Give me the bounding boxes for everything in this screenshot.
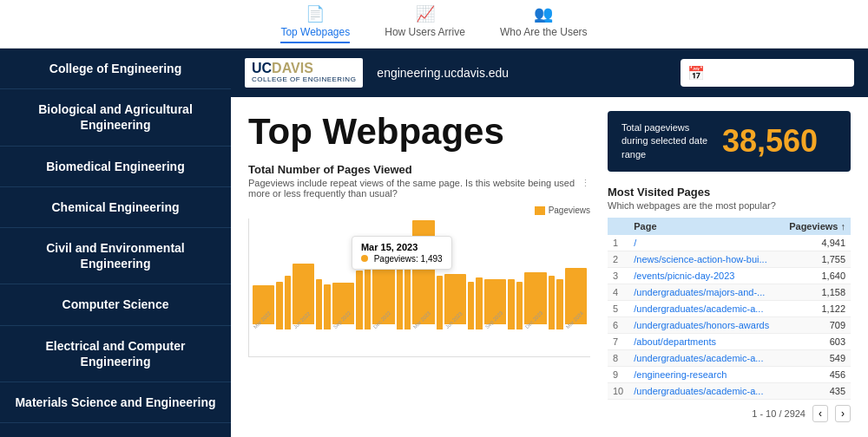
sidebar-item-biomedical[interactable]: Biomedical Engineering bbox=[0, 147, 231, 187]
bar bbox=[508, 279, 514, 329]
sidebar-item-ece[interactable]: Electrical and Computer Engineering bbox=[0, 326, 231, 382]
content-area: UCDAVIS COLLEGE of ENGINEERING engineeri… bbox=[231, 49, 868, 437]
tab-how-users-arrive[interactable]: 📈 How Users Arrive bbox=[385, 4, 465, 43]
chart-section: Total Number of Pages Viewed Pageviews i… bbox=[248, 163, 590, 357]
row-pageviews: 456 bbox=[781, 367, 851, 383]
row-page[interactable]: /undergraduates/majors-and-... bbox=[628, 284, 780, 301]
chart-legend: Pageviews bbox=[248, 205, 590, 215]
tab-top-webpages-label: Top Webpages bbox=[280, 26, 350, 38]
bar-col bbox=[316, 279, 322, 331]
row-pageviews: 1,640 bbox=[781, 268, 851, 284]
row-page[interactable]: /about/departments bbox=[628, 334, 780, 350]
bar bbox=[549, 276, 555, 329]
next-page-button[interactable]: › bbox=[835, 405, 851, 422]
row-num: 6 bbox=[608, 317, 628, 334]
row-page[interactable]: /undergraduates/academic-a... bbox=[628, 301, 780, 317]
sidebar-item-chemical[interactable]: Chemical Engineering bbox=[0, 187, 231, 228]
row-pageviews: 1,755 bbox=[781, 251, 851, 268]
bar-col: Sep 2023 bbox=[484, 279, 507, 331]
prev-page-button[interactable]: ‹ bbox=[812, 405, 828, 422]
right-section: Total pageviews during selected date ran… bbox=[608, 111, 851, 422]
tab-top-webpages[interactable]: 📄 Top Webpages bbox=[280, 4, 350, 43]
bar bbox=[476, 277, 482, 329]
sidebar-item-mechanical[interactable]: Mechanical and Aerospace Engineering bbox=[0, 423, 231, 437]
legend-label: Pageviews bbox=[549, 205, 590, 215]
uc-davis-logo: UCDAVIS COLLEGE of ENGINEERING bbox=[252, 62, 356, 84]
most-visited-section: Most Visited Pages Which webpages are th… bbox=[608, 186, 851, 422]
row-num: 9 bbox=[608, 367, 628, 383]
bar-col: Mar 2024 bbox=[565, 268, 587, 331]
row-num: 10 bbox=[608, 383, 628, 400]
row-num: 5 bbox=[608, 301, 628, 317]
row-page[interactable]: /news/science-action-how-bui... bbox=[628, 251, 780, 268]
page-title: Top Webpages bbox=[248, 111, 590, 153]
sidebar-item-college[interactable]: College of Engineering bbox=[0, 49, 231, 89]
bar-col bbox=[356, 271, 362, 331]
tooltip-dot bbox=[361, 255, 368, 262]
chart-icon: 📈 bbox=[416, 4, 435, 23]
bar-col: Jun 2022 bbox=[293, 264, 314, 331]
bar bbox=[356, 271, 362, 329]
table-row: 1/4,941 bbox=[608, 235, 851, 251]
legend-color-box bbox=[535, 206, 545, 215]
row-pageviews: 549 bbox=[781, 350, 851, 367]
row-page[interactable]: /undergraduates/academic-a... bbox=[628, 350, 780, 367]
page-body: Top Webpages Total Number of Pages Viewe… bbox=[231, 97, 868, 436]
table-row: 6/undergraduates/honors-awards709 bbox=[608, 317, 851, 334]
tab-how-users-label: How Users Arrive bbox=[385, 26, 465, 38]
row-num: 3 bbox=[608, 268, 628, 284]
row-page[interactable]: /events/picnic-day-2023 bbox=[628, 268, 780, 284]
bar-col bbox=[556, 279, 562, 331]
sidebar-item-civil[interactable]: Civil and Environmental Engineering bbox=[0, 228, 231, 284]
bar bbox=[397, 262, 403, 329]
tooltip-value: Pageviews: 1,493 bbox=[361, 254, 443, 264]
sidebar-item-cs[interactable]: Computer Science bbox=[0, 284, 231, 325]
chart-menu[interactable]: ⋮ bbox=[581, 178, 590, 199]
row-page[interactable]: /undergraduates/honors-awards bbox=[628, 317, 780, 334]
top-navigation: 📄 Top Webpages 📈 How Users Arrive 👥 Who … bbox=[0, 0, 868, 49]
chart-tooltip: Mar 15, 2023 Pageviews: 1,493 bbox=[352, 236, 452, 270]
bar-col bbox=[365, 267, 371, 331]
stats-number: 38,560 bbox=[722, 123, 818, 160]
row-page[interactable]: /engineering-research bbox=[628, 367, 780, 383]
table-row: 2/news/science-action-how-bui...1,755 bbox=[608, 251, 851, 268]
row-num: 1 bbox=[608, 235, 628, 251]
col-page[interactable]: Page bbox=[628, 218, 780, 235]
tab-who-users-label: Who Are the Users bbox=[500, 26, 588, 38]
table-row: 8/undergraduates/academic-a...549 bbox=[608, 350, 851, 367]
sidebar: College of Engineering Biological and Ag… bbox=[0, 49, 231, 437]
stats-label: Total pageviews during selected date ran… bbox=[621, 121, 708, 161]
tab-who-are-users[interactable]: 👥 Who Are the Users bbox=[500, 4, 588, 43]
row-page[interactable]: / bbox=[628, 235, 780, 251]
row-num: 8 bbox=[608, 350, 628, 367]
bar bbox=[316, 279, 322, 329]
col-num bbox=[608, 218, 628, 235]
most-visited-title: Most Visited Pages bbox=[608, 186, 851, 199]
stats-box: Total pageviews during selected date ran… bbox=[608, 111, 851, 172]
row-pageviews: 603 bbox=[781, 334, 851, 350]
col-pageviews[interactable]: Pageviews ↑ bbox=[781, 218, 851, 235]
row-pageviews: 1,122 bbox=[781, 301, 851, 317]
table-header-row: Page Pageviews ↑ bbox=[608, 218, 851, 235]
left-section: Top Webpages Total Number of Pages Viewe… bbox=[248, 111, 590, 422]
row-pageviews: 435 bbox=[781, 383, 851, 400]
bar bbox=[276, 282, 282, 329]
row-pageviews: 4,941 bbox=[781, 235, 851, 251]
sidebar-item-biological[interactable]: Biological and Agricultural Engineering bbox=[0, 89, 231, 146]
bar bbox=[516, 282, 523, 329]
table-row: 9/engineering-research456 bbox=[608, 367, 851, 383]
document-icon: 📄 bbox=[306, 4, 325, 23]
sidebar-item-materials[interactable]: Materials Science and Engineering bbox=[0, 382, 231, 423]
table-row: 3/events/picnic-day-20231,640 bbox=[608, 268, 851, 284]
site-url: engineering.ucdavis.edu bbox=[377, 66, 667, 80]
calendar-icon: 📅 bbox=[687, 65, 705, 82]
row-num: 4 bbox=[608, 284, 628, 301]
row-page[interactable]: /undergraduates/academic-a... bbox=[628, 383, 780, 400]
chart-subtitle: Pageviews include repeat views of the sa… bbox=[248, 178, 590, 199]
bar-col: Dec 2023 bbox=[524, 272, 547, 331]
bar-col: Sep 2022 bbox=[332, 283, 355, 331]
bar-col bbox=[285, 276, 291, 331]
bar-col bbox=[476, 277, 482, 331]
date-search[interactable]: 📅 bbox=[681, 59, 854, 87]
bar-col bbox=[437, 276, 443, 331]
